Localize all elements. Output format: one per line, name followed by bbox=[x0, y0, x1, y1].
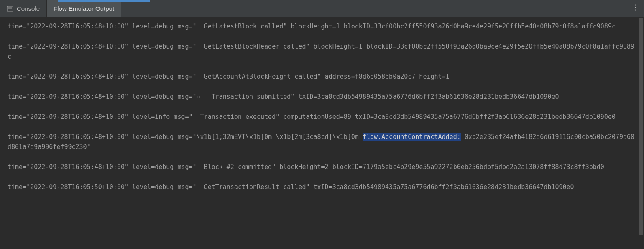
selected-text: flow.AccountContractAdded: bbox=[363, 133, 461, 141]
log-text: time="2022-09-28T16:05:48+10:00" level=d… bbox=[8, 21, 636, 192]
vertical-scrollbar[interactable] bbox=[638, 17, 644, 249]
svg-point-3 bbox=[635, 9, 636, 10]
tab-flow-emulator-output[interactable]: Flow Emulator Output bbox=[47, 0, 121, 17]
svg-point-2 bbox=[635, 7, 636, 8]
tab-console-label: Console bbox=[17, 5, 40, 12]
tab-console[interactable]: Console bbox=[0, 0, 47, 17]
output-panel: Console Flow Emulator Output time="2022-… bbox=[0, 0, 644, 249]
svg-point-1 bbox=[635, 4, 636, 5]
log-output-area[interactable]: time="2022-09-28T16:05:48+10:00" level=d… bbox=[0, 17, 644, 249]
tab-bar: Console Flow Emulator Output bbox=[0, 0, 644, 17]
tab-flow-label: Flow Emulator Output bbox=[54, 5, 114, 12]
kebab-icon bbox=[635, 4, 636, 13]
console-icon bbox=[7, 5, 13, 12]
scrollbar-thumb[interactable] bbox=[639, 18, 643, 235]
more-options-button[interactable] bbox=[627, 0, 644, 17]
